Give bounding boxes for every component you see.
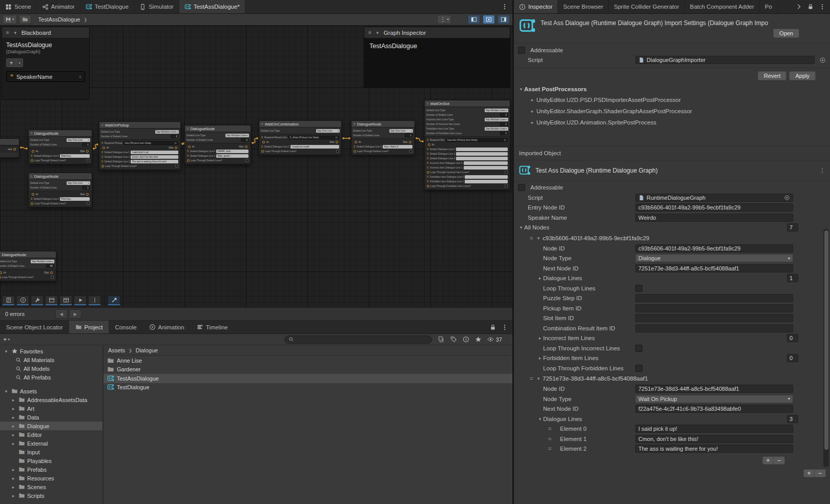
foldout-icon[interactable]: ▸ bbox=[537, 355, 543, 361]
text-field[interactable]: The ass is waiting there for you! bbox=[131, 160, 178, 163]
number-field[interactable]: 2 bbox=[500, 132, 508, 135]
blackboard-property-speakername[interactable]: “ SpeakerName ‹ bbox=[6, 71, 85, 82]
checkbox[interactable] bbox=[87, 159, 90, 162]
number-field[interactable]: 2 bbox=[500, 122, 508, 126]
tab-animation[interactable]: Animation bbox=[143, 321, 191, 333]
output-port[interactable]: Out bbox=[239, 145, 247, 148]
postprocessor-item[interactable]: ▸UnityEditor.U2D.Animation.SpritePostPro… bbox=[514, 117, 830, 128]
checkbox[interactable] bbox=[505, 171, 508, 174]
output-port[interactable]: Out bbox=[80, 150, 89, 153]
tab-inspector[interactable]: Inspector bbox=[514, 0, 558, 13]
text-field[interactable] bbox=[635, 314, 793, 322]
enum-dropdown[interactable]: Say One Line▾ bbox=[316, 129, 340, 133]
foldout-icon[interactable]: ▸ bbox=[10, 485, 16, 490]
picker-icon[interactable] bbox=[819, 57, 826, 64]
text-field[interactable]: GRRR, pick... bbox=[216, 150, 248, 153]
tab-po[interactable]: Po bbox=[760, 0, 778, 13]
foldout-icon[interactable]: ▾ bbox=[535, 236, 542, 241]
remove-element-button[interactable]: − bbox=[774, 456, 785, 465]
node-title-bar[interactable]: ≡WaitOnPickup bbox=[99, 122, 180, 129]
chevron-right-icon[interactable] bbox=[795, 3, 802, 10]
foldout-icon[interactable]: ▸ bbox=[10, 432, 16, 437]
footer-play-button[interactable] bbox=[74, 296, 87, 305]
text-field[interactable]: Piss boy... bbox=[60, 197, 90, 201]
enum-dropdown[interactable]: Say Multiple Lines▾ bbox=[225, 134, 249, 137]
graph-node-dialoguenode[interactable]: ≡DialogueNodeDefault Line TypeSay One Li… bbox=[28, 130, 92, 164]
lock-icon[interactable] bbox=[807, 3, 814, 10]
text-field[interactable] bbox=[464, 161, 508, 165]
dropdown-field[interactable]: Wait On Pickup▾ bbox=[635, 395, 793, 403]
array-size-field[interactable]: 3 bbox=[787, 415, 798, 423]
foldout-icon[interactable]: ▾ bbox=[12, 30, 18, 35]
tree-item-external[interactable]: ▸External bbox=[0, 439, 102, 448]
output-port[interactable]: out bbox=[8, 148, 16, 151]
search-input[interactable] bbox=[284, 335, 432, 344]
scrollbar[interactable] bbox=[823, 229, 829, 467]
foldout-icon[interactable]: ▸ bbox=[10, 476, 16, 481]
asset-anne-lise[interactable]: Anne Lise bbox=[103, 356, 512, 365]
checkbox[interactable] bbox=[635, 345, 642, 352]
tree-item-data[interactable]: ▸Data bbox=[0, 413, 102, 422]
input-port[interactable]: In bbox=[32, 193, 38, 196]
add-node-button[interactable]: + bbox=[803, 469, 815, 477]
chevron-down-icon[interactable]: ▾ bbox=[16, 58, 23, 67]
text-field[interactable]: Cmon, don't be like this! bbox=[635, 435, 793, 443]
input-port[interactable]: In bbox=[355, 140, 361, 143]
tab-batch-component-adder[interactable]: Batch Component Adder bbox=[685, 0, 760, 13]
number-field[interactable]: 55 bbox=[46, 264, 54, 268]
search-by-type-icon[interactable] bbox=[438, 336, 445, 343]
checkbox[interactable] bbox=[505, 184, 508, 187]
more-options-icon[interactable]: ⋮ bbox=[819, 167, 825, 174]
text-field[interactable] bbox=[465, 175, 508, 179]
enum-dropdown[interactable]: Say Multiple Lines▾ bbox=[485, 109, 508, 112]
text-field[interactable] bbox=[635, 324, 793, 332]
graph-node-dialoguenode[interactable]: ≡DialogueNodeDefault Line TypeSay Multip… bbox=[184, 125, 251, 164]
graph-node-startnode[interactable]: ≡StartNodeConnectionsout bbox=[0, 138, 19, 158]
next-error-button[interactable]: ▶ bbox=[69, 309, 81, 319]
hidden-count[interactable]: 37 bbox=[487, 336, 502, 343]
foldout-icon[interactable]: ▸ bbox=[529, 109, 535, 114]
hamburger-icon[interactable]: ≡ bbox=[368, 30, 371, 35]
tree-item-scripts[interactable]: ▸Scripts bbox=[0, 491, 102, 500]
foldout-icon[interactable]: ▸ bbox=[10, 397, 16, 403]
node-title-bar[interactable]: ≡DialogueNode bbox=[29, 173, 92, 180]
text-field[interactable] bbox=[456, 148, 508, 151]
text-field[interactable]: I said pick it up! bbox=[635, 425, 793, 433]
tree-item-input[interactable]: Input bbox=[0, 448, 102, 456]
text-field[interactable] bbox=[635, 294, 793, 302]
enum-dropdown[interactable]: Say One Line▾ bbox=[389, 129, 413, 133]
foldout-icon[interactable]: ▾ bbox=[375, 30, 381, 35]
array-size-field[interactable]: 1 bbox=[787, 274, 798, 282]
tree-item-scenes[interactable]: ▸Scenes bbox=[0, 482, 102, 491]
tree-item-dialogue[interactable]: ▸Dialogue bbox=[0, 422, 102, 430]
favorite-item-all-models[interactable]: All Models bbox=[0, 364, 102, 373]
addressable-checkbox[interactable] bbox=[518, 184, 525, 191]
footer-notes-button[interactable] bbox=[2, 296, 15, 305]
remove-node-button[interactable]: − bbox=[815, 469, 826, 477]
breadcrumb-current[interactable]: Dialogue bbox=[136, 347, 158, 353]
text-field[interactable] bbox=[464, 166, 508, 170]
foldout-icon[interactable]: ▸ bbox=[10, 493, 16, 498]
blackboard-panel[interactable]: ≡ ▾ Blackboard TestAssDialogue (Dialogue… bbox=[2, 27, 90, 100]
toggle-minimap-button[interactable] bbox=[483, 15, 495, 24]
lock-icon[interactable] bbox=[489, 324, 496, 331]
tab-project[interactable]: Project bbox=[69, 321, 109, 333]
asset-testassdialogue[interactable]: TestAssDialogue bbox=[103, 374, 512, 383]
text-field[interactable]: 7251e73e-38d3-44ff-a8c5-bcf54088aaf1 bbox=[635, 385, 793, 393]
tree-item-editor[interactable]: ▸Editor bbox=[0, 430, 102, 439]
tab-sprite-collider-generator[interactable]: Sprite Collider Generator bbox=[609, 0, 684, 13]
input-port[interactable]: In bbox=[188, 145, 195, 148]
node-title-bar[interactable]: ≡StartNode bbox=[0, 139, 19, 145]
node-entry-foldout[interactable]: =▾c93b5606-401f-49a2-99b5-9ecbf1fa9c29 bbox=[514, 233, 830, 243]
script-field[interactable]: DialogueGraphImporter bbox=[635, 56, 815, 64]
output-port[interactable]: Out bbox=[329, 140, 338, 143]
text-field[interactable]: I need my meat! bbox=[291, 145, 339, 149]
checkbox[interactable] bbox=[87, 202, 90, 205]
number-field[interactable]: 3 bbox=[171, 135, 179, 138]
scrollbar-thumb[interactable] bbox=[824, 230, 828, 450]
favorite-item-all-prefabs[interactable]: All Prefabs bbox=[0, 373, 102, 382]
text-field[interactable]: Mad, growl... bbox=[216, 154, 248, 158]
input-port[interactable]: In bbox=[32, 150, 38, 153]
tab-console[interactable]: Console bbox=[109, 321, 142, 333]
array-size-field[interactable]: 7 bbox=[787, 223, 798, 232]
